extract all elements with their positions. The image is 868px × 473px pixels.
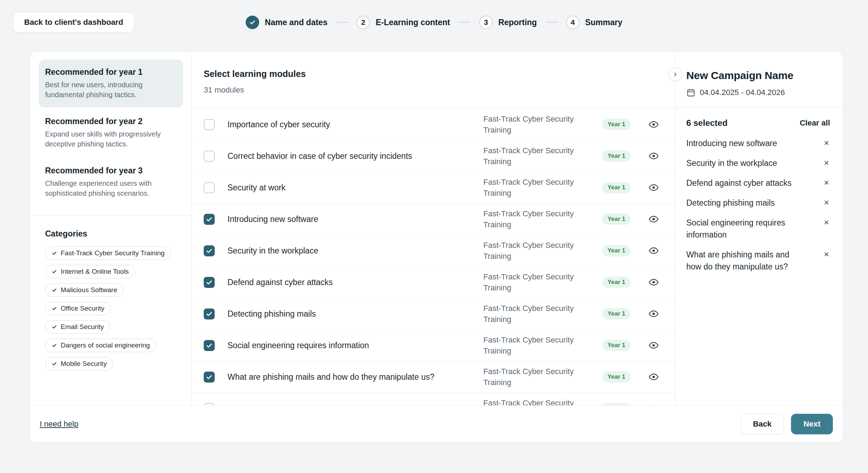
modules-count: 31 modules — [204, 85, 663, 95]
remove-icon[interactable]: ✕ — [823, 157, 830, 169]
remove-icon[interactable]: ✕ — [823, 197, 830, 209]
recommendations-sidebar: Recommended for year 1 Best for new user… — [30, 52, 191, 405]
back-to-dashboard-button[interactable]: Back to client's dashboard — [13, 12, 134, 33]
year-badge-cell: Year 1 — [590, 119, 643, 130]
main-card: Recommended for year 1 Best for new user… — [29, 51, 843, 443]
remove-icon[interactable]: ✕ — [823, 177, 830, 189]
year-badge-cell: Year 1 — [590, 277, 643, 288]
selected-module-item: Defend against cyber attacks ✕ — [686, 177, 830, 189]
module-checkbox[interactable] — [204, 340, 215, 351]
module-category: Fast-Track Cyber Security Training — [483, 240, 590, 262]
selected-module-name: Introducing new software — [686, 137, 803, 149]
step-label: Name and dates — [265, 18, 327, 27]
check-icon — [51, 343, 57, 348]
category-chip-label: Office Security — [61, 305, 104, 312]
campaign-summary-panel: New Campaign Name 04.04.2025 - 04.04.202… — [675, 52, 843, 405]
selected-module-name: What are phishing mails and how do they … — [686, 249, 803, 273]
remove-icon[interactable]: ✕ — [823, 137, 830, 149]
card-body: Recommended for year 1 Best for new user… — [30, 52, 843, 405]
check-icon — [205, 247, 213, 255]
check-icon — [51, 250, 57, 256]
stepper-step[interactable]: 1 Name and dates — [246, 16, 327, 29]
module-row: Detecting phishing mails Fast-Track Cybe… — [192, 298, 675, 330]
recommendation-item[interactable]: Recommended for year 3 Challenge experie… — [39, 158, 183, 206]
category-chip[interactable]: Office Security — [45, 302, 111, 315]
collapse-panel-button[interactable] — [668, 67, 682, 81]
selected-module-name: Social engineering requires information — [686, 217, 803, 241]
next-button[interactable]: Next — [791, 414, 833, 434]
preview-eye-icon[interactable] — [643, 245, 664, 256]
module-row: Correct behavior in case of cyber securi… — [192, 140, 675, 172]
category-chip[interactable]: Fast-Track Cyber Security Training — [45, 246, 171, 260]
preview-eye-icon[interactable] — [643, 277, 664, 288]
year-badge: Year 1 — [602, 245, 631, 256]
module-checkbox[interactable] — [204, 182, 215, 193]
category-chip[interactable]: Mobile Security — [45, 357, 113, 371]
step-number: 2 — [361, 18, 366, 27]
module-row: Security at work Fast-Track Cyber Securi… — [192, 172, 675, 204]
year-badge-cell: Year 1 — [590, 308, 643, 319]
selected-module-item: Social engineering requires information … — [686, 217, 830, 241]
preview-eye-icon[interactable] — [643, 340, 664, 351]
stepper-step[interactable]: 4 Summary — [566, 16, 622, 29]
year-badge: Year 1 — [602, 277, 631, 288]
module-checkbox[interactable] — [204, 277, 215, 288]
back-button[interactable]: Back — [741, 414, 784, 434]
preview-eye-icon[interactable] — [643, 151, 664, 161]
clear-all-button[interactable]: Clear all — [800, 118, 830, 128]
module-checkbox[interactable] — [204, 151, 215, 162]
recommendation-item[interactable]: Recommended for year 2 Expand user skill… — [39, 109, 183, 157]
module-name: Defend against cyber attacks — [227, 278, 483, 287]
module-list: Importance of cyber security Fast-Track … — [192, 109, 675, 405]
check-icon — [51, 361, 57, 367]
module-row: Fast-Track Cyber Security Training Year … — [192, 393, 675, 405]
sidebar-divider — [30, 215, 191, 216]
preview-eye-icon[interactable] — [643, 119, 664, 130]
module-checkbox[interactable] — [204, 245, 215, 256]
footer-actions: Back Next — [741, 414, 833, 434]
year-badge: Year 1 — [602, 119, 631, 130]
recommendation-item[interactable]: Recommended for year 1 Best for new user… — [39, 60, 183, 107]
year-badge: Year 1 — [602, 150, 631, 162]
module-row: Introducing new software Fast-Track Cybe… — [192, 204, 675, 235]
module-row: Social engineering requires information … — [192, 330, 675, 361]
step-indicator: 1 — [246, 16, 259, 29]
step-number: 3 — [484, 18, 488, 27]
category-chip[interactable]: Email Security — [45, 320, 110, 334]
module-category: Fast-Track Cyber Security Training — [483, 145, 590, 167]
step-connector — [336, 22, 348, 23]
step-indicator: 4 — [566, 16, 579, 29]
year-badge-cell: Year 1 — [590, 150, 643, 162]
check-icon — [205, 342, 213, 349]
check-icon — [51, 269, 57, 274]
module-checkbox[interactable] — [204, 119, 215, 130]
help-link[interactable]: I need help — [40, 419, 78, 429]
preview-eye-icon[interactable] — [643, 372, 664, 382]
remove-icon[interactable]: ✕ — [823, 249, 830, 261]
module-row: What are phishing mails and how do they … — [192, 361, 675, 393]
remove-icon[interactable]: ✕ — [823, 217, 830, 229]
module-checkbox[interactable] — [204, 308, 215, 319]
module-name: Security in the workplace — [227, 246, 483, 256]
stepper-step[interactable]: 3 Reporting — [479, 16, 537, 29]
category-chip[interactable]: Malicious Software — [45, 283, 123, 297]
module-checkbox[interactable] — [204, 214, 215, 225]
module-name: Importance of cyber security — [227, 120, 483, 129]
module-name: Detecting phishing mails — [227, 309, 483, 319]
category-chip[interactable]: Dangers of social engineering — [45, 339, 156, 352]
module-name: What are phishing mails and how do they … — [227, 372, 483, 382]
stepper-step[interactable]: 2 E-Learning content — [357, 16, 450, 29]
year-badge-cell: Year 1 — [590, 213, 643, 225]
module-name: Correct behavior in case of cyber securi… — [227, 151, 483, 161]
year-badge: Year 1 — [602, 308, 631, 319]
check-icon — [249, 19, 256, 26]
categories-title: Categories — [45, 229, 183, 239]
preview-eye-icon[interactable] — [643, 182, 664, 193]
preview-eye-icon[interactable] — [643, 214, 664, 224]
calendar-icon — [686, 88, 696, 97]
step-indicator: 2 — [357, 16, 370, 29]
category-chip[interactable]: Internet & Online Tools — [45, 265, 135, 278]
category-chip-label: Email Security — [61, 323, 104, 331]
module-checkbox[interactable] — [204, 372, 215, 383]
preview-eye-icon[interactable] — [643, 308, 664, 319]
